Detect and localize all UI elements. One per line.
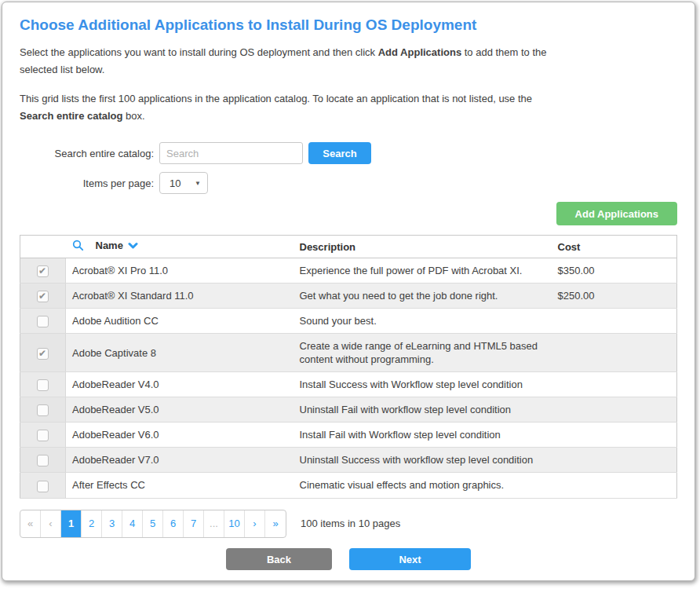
pagination-first: «: [20, 510, 41, 537]
search-button[interactable]: Search: [308, 142, 371, 164]
sort-descending-icon: [128, 242, 138, 250]
row-checkbox[interactable]: ✔: [37, 404, 49, 416]
app-name: Adobe Audition CC: [66, 309, 293, 334]
pagination-page-6[interactable]: 6: [163, 510, 184, 537]
app-cost: $350.00: [552, 258, 677, 284]
dropdown-arrow-icon: ▼: [195, 180, 201, 187]
checkmark-icon: ✔: [38, 347, 46, 360]
pagination-page-1[interactable]: 1: [61, 510, 82, 537]
row-checkbox[interactable]: ✔: [37, 291, 49, 302]
intro2-text: This grid lists the first 100 applicatio…: [20, 93, 532, 104]
table-row: ✔ AdobeReader V7.0 Uninstall Success wit…: [20, 448, 677, 473]
intro-paragraph-1: Select the applications you want to inst…: [20, 44, 547, 79]
table-row: ✔ AdobeReader V4.0 Install Success with …: [20, 372, 677, 397]
checkbox-cell: ✔: [20, 423, 66, 448]
checkbox-cell: ✔: [20, 309, 66, 334]
row-checkbox[interactable]: ✔: [37, 481, 49, 492]
app-cost: [552, 423, 677, 448]
app-cost: [552, 334, 677, 372]
page-title: Choose Additional Applications to Instal…: [20, 16, 677, 34]
name-column-label: Name: [96, 240, 123, 251]
app-name: AdobeReader V7.0: [66, 448, 293, 473]
app-name: AdobeReader V5.0: [66, 397, 293, 423]
checkbox-cell: ✔: [20, 372, 66, 397]
app-description: Install Success with Workflow step level…: [293, 372, 552, 397]
app-description: Create a wide range of eLearning and HTM…: [293, 334, 552, 372]
app-description: Experience the full power of PDF with Ac…: [293, 258, 552, 284]
app-description: Uninstall Fail with workflow step level …: [293, 397, 552, 423]
pagination-page-4[interactable]: 4: [122, 510, 143, 537]
table-row: ✔ AdobeReader V5.0 Uninstall Fail with w…: [20, 397, 677, 423]
app-name: After Effects CC: [66, 473, 293, 498]
app-description: Uninstall Success with workflow step lev…: [293, 448, 552, 473]
table-row: ✔ Acrobat® XI Standard 11.0 Get what you…: [20, 284, 677, 309]
pagination-next[interactable]: ›: [245, 510, 265, 537]
table-header-row: Name Description Cost: [20, 236, 677, 258]
wizard-footer: Back Next: [2, 548, 695, 570]
app-cost: [552, 473, 677, 498]
search-catalog-label: Search entire catalog:: [20, 148, 154, 159]
intro2-bold: Search entire catalog: [20, 110, 123, 122]
pagination-page-7[interactable]: 7: [184, 510, 204, 537]
description-column-header[interactable]: Description: [293, 236, 552, 258]
app-name: Adobe Captivate 8: [66, 334, 293, 372]
table-row: ✔ Acrobat® XI Pro 11.0 Experience the fu…: [20, 258, 677, 284]
checkbox-cell: ✔: [20, 448, 66, 473]
row-checkbox[interactable]: ✔: [37, 316, 49, 327]
checkbox-cell: ✔: [20, 397, 66, 423]
checkbox-cell: ✔: [20, 258, 66, 284]
catalog-controls: Search entire catalog: Search Items per …: [20, 142, 677, 194]
row-checkbox[interactable]: ✔: [37, 430, 49, 441]
checkbox-cell: ✔: [20, 284, 66, 309]
app-cost: [552, 372, 677, 397]
intro1-bold: Add Applications: [378, 46, 461, 58]
intro1-text: Select the applications you want to inst…: [20, 46, 378, 58]
checkbox-column-header: [20, 236, 66, 258]
app-description: Cinematic visual effects and motion grap…: [293, 473, 552, 498]
app-description: Install Fail with Workflow step level co…: [293, 423, 552, 448]
app-description: Sound your best.: [293, 309, 552, 334]
pagination-page-2[interactable]: 2: [82, 510, 102, 537]
row-checkbox[interactable]: ✔: [37, 348, 49, 360]
table-row: ✔ AdobeReader V6.0 Install Fail with Wor…: [20, 423, 677, 448]
pagination-summary: 100 items in 10 pages: [301, 518, 400, 529]
back-button[interactable]: Back: [226, 548, 332, 570]
add-applications-button[interactable]: Add Applications: [556, 202, 677, 225]
pagination-page-3[interactable]: 3: [102, 510, 122, 537]
next-button[interactable]: Next: [349, 548, 471, 570]
app-name: AdobeReader V4.0: [66, 372, 293, 397]
search-icon[interactable]: [72, 240, 84, 251]
os-deployment-dialog: Choose Additional Applications to Instal…: [2, 2, 695, 581]
app-description: Get what you need to get the job done ri…: [293, 284, 552, 309]
search-input[interactable]: [159, 142, 303, 164]
table-row: ✔ After Effects CC Cinematic visual effe…: [20, 473, 677, 498]
pagination: «‹1234567...10›» 100 items in 10 pages: [20, 510, 677, 538]
pagination-page-10[interactable]: 10: [224, 510, 245, 537]
items-per-page-select[interactable]: 10 ▼: [159, 172, 208, 194]
checkbox-cell: ✔: [20, 473, 66, 498]
checkmark-icon: ✔: [38, 265, 46, 278]
table-row: ✔ Adobe Audition CC Sound your best.: [20, 309, 677, 334]
row-checkbox[interactable]: ✔: [37, 455, 49, 466]
intro-paragraph-2: This grid lists the first 100 applicatio…: [20, 90, 547, 125]
applications-table-body: ✔ Acrobat® XI Pro 11.0 Experience the fu…: [20, 258, 677, 499]
app-name: AdobeReader V6.0: [66, 423, 293, 448]
pagination-last[interactable]: »: [265, 510, 286, 537]
pagination-page-5[interactable]: 5: [143, 510, 163, 537]
app-name: Acrobat® XI Pro 11.0: [66, 258, 293, 284]
items-per-page-value: 10: [170, 177, 195, 189]
row-checkbox[interactable]: ✔: [37, 265, 49, 277]
items-per-page-label: Items per page:: [20, 177, 154, 189]
checkbox-cell: ✔: [20, 334, 66, 372]
table-row: ✔ Adobe Captivate 8 Create a wide range …: [20, 334, 677, 372]
name-column-header[interactable]: Name: [66, 236, 293, 258]
row-checkbox[interactable]: ✔: [37, 379, 49, 391]
checkmark-icon: ✔: [38, 290, 46, 303]
cost-column-header[interactable]: Cost: [552, 236, 677, 258]
applications-table: Name Description Cost ✔ Acrobat® XI Pro …: [20, 235, 677, 499]
app-cost: [552, 397, 677, 423]
pagination-ellipsis: ...: [204, 510, 224, 537]
pagination-prev: ‹: [41, 510, 61, 537]
app-cost: [552, 448, 677, 473]
intro2-text-after: box.: [123, 110, 145, 122]
